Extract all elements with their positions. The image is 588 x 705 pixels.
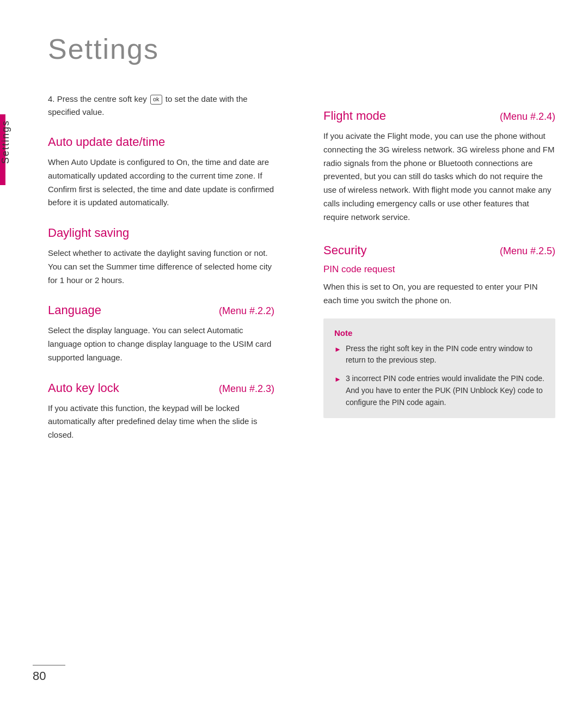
security-menu-number: (Menu #.2.5): [500, 246, 555, 257]
auto-key-menu-number: (Menu #.2.3): [219, 383, 274, 395]
auto-update-bold-1: On,: [176, 157, 189, 167]
intro-text: 4. Press the centre soft key ok to set t…: [48, 93, 274, 119]
auto-update-body: When Auto Update is configured to On, th…: [48, 156, 274, 210]
page-footer: 80: [33, 665, 65, 683]
intro-step-text: 4. Press the centre soft key: [48, 94, 147, 103]
main-content: Settings 4. Press the centre soft key ok…: [26, 0, 588, 705]
note-arrow-1: ►: [334, 344, 341, 355]
page-container: Settings Settings 4. Press the centre so…: [0, 0, 588, 705]
language-heading-text: Language: [48, 303, 101, 317]
right-column: Flight mode (Menu #.2.4) If you acivate …: [318, 93, 555, 446]
security-heading-text: Security: [323, 243, 366, 258]
daylight-heading: Daylight saving: [48, 226, 274, 240]
note-arrow-2: ►: [334, 374, 341, 385]
pin-subheading: PIN code request: [323, 264, 555, 275]
language-bold: Automatic: [207, 326, 243, 335]
security-section-heading: Security (Menu #.2.5): [323, 243, 555, 258]
daylight-body: Select whether to activate the daylight …: [48, 247, 274, 287]
auto-key-body: If you activate this function, the keypa…: [48, 402, 274, 442]
sidebar-label: Settings: [0, 120, 20, 166]
note-item-1-text: Press the right soft key in the PIN code…: [346, 343, 544, 366]
language-body-2: language option to change display langua…: [48, 339, 271, 362]
auto-key-section-heading: Auto key lock (Menu #.2.3): [48, 381, 274, 395]
flight-mode-heading-text: Flight mode: [323, 109, 386, 123]
page-title: Settings: [48, 33, 555, 65]
two-column-layout: 4. Press the centre soft key ok to set t…: [48, 93, 555, 446]
language-menu-number: (Menu #.2.2): [219, 305, 274, 317]
language-body: Select the display language. You can sel…: [48, 324, 274, 364]
auto-update-body-1: When Auto Update is configured to: [48, 157, 176, 167]
auto-update-bold-2: Confirm first: [48, 185, 92, 194]
left-column: 4. Press the centre soft key ok to set t…: [48, 93, 285, 446]
note-title: Note: [334, 328, 544, 338]
flight-mode-menu-number: (Menu #.2.4): [500, 111, 555, 122]
flight-mode-body: If you acivate the Flight mode, you can …: [323, 130, 555, 224]
note-item-2: ► 3 incorrect PIN code entries would inv…: [334, 373, 544, 408]
language-body-1: Select the display language. You can sel…: [48, 326, 207, 335]
auto-key-heading-text: Auto key lock: [48, 381, 119, 395]
note-item-2-text: 3 incorrect PIN code entries would inval…: [346, 373, 544, 408]
page-number: 80: [33, 669, 46, 683]
footer-line: [33, 665, 65, 666]
note-item-1: ► Press the right soft key in the PIN co…: [334, 343, 544, 366]
ok-key-icon: ok: [150, 95, 162, 104]
sidebar-tab: Settings: [0, 0, 26, 705]
language-section-heading: Language (Menu #.2.2): [48, 303, 274, 317]
auto-update-heading: Auto update date/time: [48, 135, 274, 149]
flight-mode-section-heading: Flight mode (Menu #.2.4): [323, 109, 555, 123]
note-box: Note ► Press the right soft key in the P…: [323, 318, 555, 418]
pin-body: When this is set to On, you are requeste…: [323, 280, 555, 308]
sidebar-label-container: Settings: [0, 120, 26, 166]
